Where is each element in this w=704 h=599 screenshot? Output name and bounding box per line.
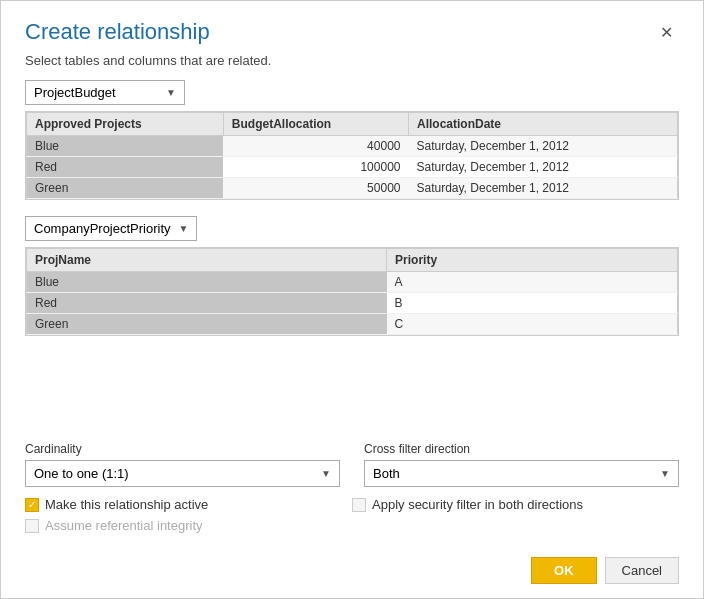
table-row: Green 50000 Saturday, December 1, 2012 — [27, 178, 678, 199]
t1-r2-c1: Red — [27, 157, 224, 178]
checkbox-active-box: ✓ — [25, 498, 39, 512]
t1-r2-c3: Saturday, December 1, 2012 — [408, 157, 677, 178]
table1-header: Approved Projects BudgetAllocation Alloc… — [27, 113, 678, 136]
table1-body: Blue 40000 Saturday, December 1, 2012 Re… — [27, 136, 678, 199]
checkbox-referential: Assume referential integrity — [25, 518, 352, 533]
checkbox-col-right: Apply security filter in both directions — [352, 497, 679, 533]
table2-dropdown-row: CompanyProjectPriority ▼ — [25, 216, 679, 241]
checkbox-referential-box — [25, 519, 39, 533]
cardinality-label: Cardinality — [25, 442, 340, 456]
t1-r3-c1: Green — [27, 178, 224, 199]
table-row: Blue 40000 Saturday, December 1, 2012 — [27, 136, 678, 157]
cardinality-arrow: ▼ — [321, 468, 331, 479]
dialog-title: Create relationship — [25, 19, 210, 45]
table1-wrapper: Approved Projects BudgetAllocation Alloc… — [25, 111, 679, 200]
table-row: Blue A — [27, 272, 678, 293]
crossfilter-group: Cross filter direction Both ▼ — [364, 442, 679, 487]
close-button[interactable]: ✕ — [654, 21, 679, 44]
table1-section: ProjectBudget ▼ Approved Projects Budget… — [25, 80, 679, 200]
table1-header-row: Approved Projects BudgetAllocation Alloc… — [27, 113, 678, 136]
table2-col-projname: ProjName — [27, 249, 387, 272]
table2-col-priority: Priority — [387, 249, 678, 272]
t2-r3-c2: C — [387, 314, 678, 335]
t1-r3-c2: 50000 — [223, 178, 408, 199]
dialog-subtitle: Select tables and columns that are relat… — [1, 51, 703, 80]
checkbox-col-left: ✓ Make this relationship active Assume r… — [25, 497, 352, 533]
t1-r1-c2: 40000 — [223, 136, 408, 157]
cardinality-value: One to one (1:1) — [34, 466, 129, 481]
table2: ProjName Priority Blue A Red B — [26, 248, 678, 335]
table2-dropdown-arrow: ▼ — [179, 223, 189, 234]
t2-r1-c1: Blue — [27, 272, 387, 293]
checkbox-security-box — [352, 498, 366, 512]
checkbox-active[interactable]: ✓ Make this relationship active — [25, 497, 352, 512]
ok-button[interactable]: OK — [531, 557, 597, 584]
checkboxes-section: ✓ Make this relationship active Assume r… — [1, 487, 703, 543]
checkbox-security-label: Apply security filter in both directions — [372, 497, 583, 512]
checkbox-security[interactable]: Apply security filter in both directions — [352, 497, 679, 512]
t2-r3-c1: Green — [27, 314, 387, 335]
bottom-section: Cardinality One to one (1:1) ▼ Cross fil… — [1, 430, 703, 487]
table2-section: CompanyProjectPriority ▼ ProjName Priori… — [25, 216, 679, 336]
table2-header-row: ProjName Priority — [27, 249, 678, 272]
table-row: Red 100000 Saturday, December 1, 2012 — [27, 157, 678, 178]
table1-dropdown-value: ProjectBudget — [34, 85, 116, 100]
t2-r2-c1: Red — [27, 293, 387, 314]
create-relationship-dialog: Create relationship ✕ Select tables and … — [0, 0, 704, 599]
t1-r2-c2: 100000 — [223, 157, 408, 178]
crossfilter-label: Cross filter direction — [364, 442, 679, 456]
table1-col-budget: BudgetAllocation — [223, 113, 408, 136]
cardinality-select[interactable]: One to one (1:1) ▼ — [25, 460, 340, 487]
table-row: Green C — [27, 314, 678, 335]
t1-r1-c1: Blue — [27, 136, 224, 157]
t2-r2-c2: B — [387, 293, 678, 314]
cancel-button[interactable]: Cancel — [605, 557, 679, 584]
cardinality-group: Cardinality One to one (1:1) ▼ — [25, 442, 340, 487]
table1-dropdown-arrow: ▼ — [166, 87, 176, 98]
crossfilter-value: Both — [373, 466, 400, 481]
table-row: Red B — [27, 293, 678, 314]
table1-col-approved: Approved Projects — [27, 113, 224, 136]
crossfilter-arrow: ▼ — [660, 468, 670, 479]
t2-r1-c2: A — [387, 272, 678, 293]
table1-col-date: AllocationDate — [408, 113, 677, 136]
t1-r1-c3: Saturday, December 1, 2012 — [408, 136, 677, 157]
crossfilter-select[interactable]: Both ▼ — [364, 460, 679, 487]
table2-dropdown[interactable]: CompanyProjectPriority ▼ — [25, 216, 197, 241]
table1: Approved Projects BudgetAllocation Alloc… — [26, 112, 678, 199]
table1-dropdown[interactable]: ProjectBudget ▼ — [25, 80, 185, 105]
table2-wrapper: ProjName Priority Blue A Red B — [25, 247, 679, 336]
table2-body: Blue A Red B Green C — [27, 272, 678, 335]
checkbox-referential-label: Assume referential integrity — [45, 518, 203, 533]
dialog-footer: OK Cancel — [1, 543, 703, 598]
table1-dropdown-row: ProjectBudget ▼ — [25, 80, 679, 105]
table2-dropdown-value: CompanyProjectPriority — [34, 221, 171, 236]
table2-header: ProjName Priority — [27, 249, 678, 272]
checkbox-active-label: Make this relationship active — [45, 497, 208, 512]
dialog-body: ProjectBudget ▼ Approved Projects Budget… — [1, 80, 703, 430]
t1-r3-c3: Saturday, December 1, 2012 — [408, 178, 677, 199]
dialog-header: Create relationship ✕ — [1, 1, 703, 51]
